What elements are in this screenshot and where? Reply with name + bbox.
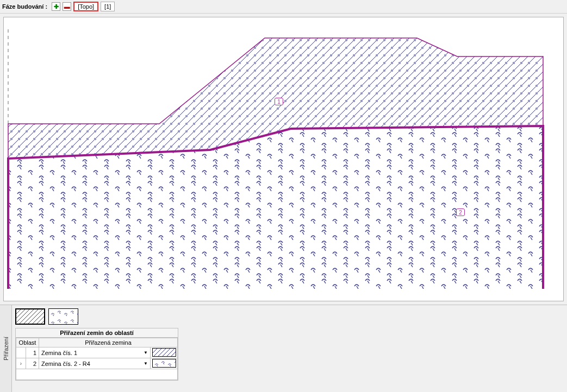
bottom-content: Přiřazení zemin do oblastí Oblast Přiřaz… <box>12 305 567 392</box>
stage-toolbar-label: Fáze budování : <box>2 3 47 10</box>
region-label-1[interactable]: 1 <box>275 98 283 105</box>
row-swatch-soil-2[interactable] <box>152 359 176 368</box>
row-swatch-soil-1[interactable] <box>152 348 176 357</box>
soil-dropdown[interactable]: Zemina čís. 1 ▼ <box>39 348 150 358</box>
svg-rect-5 <box>16 309 44 324</box>
assignment-table: Oblast Přiřazená zemina 1 Zemina čís. 1 … <box>16 338 178 380</box>
remove-stage-button[interactable]: ▬ <box>63 2 71 11</box>
palette-swatch-soil-2[interactable] <box>48 308 78 325</box>
svg-rect-6 <box>49 309 78 324</box>
col-soil: Přiřazená zemina <box>39 338 178 347</box>
palette-swatch-soil-1[interactable] <box>15 308 45 325</box>
assignment-panel: Přiřazení zemin do oblastí Oblast Přiřaz… <box>15 328 178 381</box>
side-tab-assign[interactable]: Přiřazení <box>0 305 12 392</box>
stage-tab-topo[interactable]: [Topo] <box>73 2 98 11</box>
soil-palette <box>15 308 564 325</box>
bottom-panel: Přiřazení Přiřazení zemin do oblastí Obl <box>0 305 567 392</box>
add-stage-button[interactable]: ✚ <box>52 2 60 11</box>
chevron-down-icon: ▼ <box>144 361 148 366</box>
minus-icon: ▬ <box>64 3 70 10</box>
side-tab-label: Přiřazení <box>3 337 9 361</box>
stage-tab-label: [1] <box>104 3 111 10</box>
svg-rect-7 <box>153 349 176 356</box>
soil-dropdown-value: Zemina čís. 1 <box>41 350 77 356</box>
row-region-number: 2 <box>26 358 39 369</box>
stage-toolbar: Fáze budování : ✚ ▬ [Topo] [1] <box>0 0 567 14</box>
soil-dropdown-value: Zemina čís. 2 - R4 <box>41 361 90 367</box>
svg-rect-8 <box>153 359 176 367</box>
stage-tab-1[interactable]: [1] <box>101 2 115 11</box>
assignment-title: Přiřazení zemin do oblastí <box>16 328 178 338</box>
plus-icon: ✚ <box>54 3 59 10</box>
table-row: › 2 Zemina čís. 2 - R4 ▼ <box>16 358 178 369</box>
chevron-down-icon: ▼ <box>144 350 148 355</box>
stage-tab-label: [Topo] <box>78 3 94 10</box>
row-region-number: 1 <box>26 347 39 358</box>
col-region: Oblast <box>16 338 39 347</box>
table-filler <box>16 369 178 380</box>
cross-section-canvas[interactable]: 1 2 <box>3 17 564 301</box>
region-label-2[interactable]: 2 <box>456 208 465 216</box>
row-expand-button[interactable]: › <box>16 358 26 369</box>
app-root: Fáze budování : ✚ ▬ [Topo] [1] <box>0 0 567 392</box>
soil-dropdown[interactable]: Zemina čís. 2 - R4 ▼ <box>39 359 150 369</box>
table-row: 1 Zemina čís. 1 ▼ <box>16 347 178 358</box>
row-expand-button[interactable] <box>16 347 26 358</box>
cross-section-svg <box>4 17 547 289</box>
